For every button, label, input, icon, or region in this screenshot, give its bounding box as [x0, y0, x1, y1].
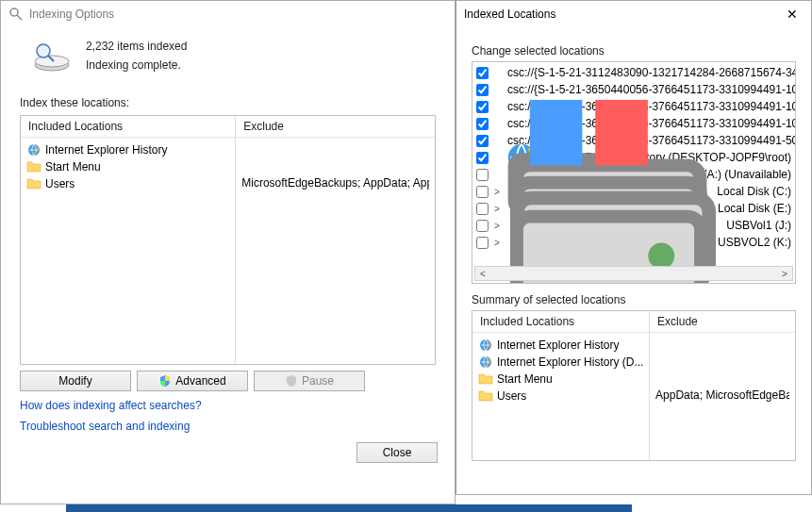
col-header-exclude: Exclude — [236, 116, 435, 138]
search-icon — [8, 7, 24, 22]
location-checkbox[interactable] — [476, 118, 489, 130]
tree-item-label: USBVOL2 (K:) — [718, 236, 791, 249]
status-row: 2,232 items indexed Indexing complete. — [20, 37, 436, 75]
list-item[interactable]: Internet Explorer History — [26, 141, 229, 158]
location-checkbox[interactable] — [476, 220, 489, 232]
item-label: Users — [497, 389, 526, 403]
shield-icon — [285, 374, 298, 388]
svg-point-19 — [648, 242, 674, 269]
col-header-exclude: Exclude — [650, 311, 795, 333]
list-item[interactable]: Internet Explorer History — [478, 337, 643, 354]
location-checkbox[interactable] — [476, 186, 489, 198]
indexing-options-dialog: Indexing Options 2,232 items indexed Ind… — [0, 0, 456, 504]
modify-button[interactable]: Modify — [20, 371, 131, 391]
shield-icon — [158, 374, 172, 388]
summary-label: Summary of selected locations — [472, 293, 796, 306]
col-header-included: Included Locations — [21, 116, 235, 138]
location-checkbox[interactable] — [476, 101, 489, 113]
tree-item-label: Local Disk (E:) — [718, 202, 791, 215]
advanced-button[interactable]: Advanced — [137, 371, 248, 391]
item-label: Users — [45, 177, 75, 190]
location-checkbox[interactable] — [476, 135, 489, 147]
list-item[interactable]: Start Menu — [478, 371, 643, 388]
location-checkbox[interactable] — [476, 203, 489, 215]
dialog-title: Indexed Locations — [464, 8, 555, 21]
tree-item-label: USBVol1 (J:) — [726, 219, 791, 232]
list-item[interactable]: Start Menu — [26, 158, 229, 175]
tree-row[interactable]: csc://{S-1-5-21-3112483090-1321714284-26… — [476, 64, 791, 81]
location-checkbox[interactable] — [476, 67, 489, 79]
list-item[interactable]: Users — [478, 388, 643, 405]
harddrive-search-icon — [29, 37, 75, 74]
item-label: Internet Explorer History — [45, 143, 167, 157]
location-checkbox[interactable] — [476, 152, 489, 164]
svg-point-0 — [10, 8, 18, 16]
svg-line-1 — [17, 15, 22, 20]
scroll-left-arrow[interactable]: < — [475, 269, 490, 279]
locations-tree: csc://{S-1-5-21-3112483090-1321714284-26… — [472, 61, 796, 284]
svg-point-4 — [37, 44, 50, 58]
indexing-status: Indexing complete. — [86, 56, 187, 74]
dialog-title: Indexing Options — [29, 8, 114, 21]
items-indexed-count: 2,232 items indexed — [86, 37, 187, 56]
horizontal-scrollbar[interactable]: < > — [474, 266, 793, 281]
indexed-locations-dialog: Indexed Locations ✕ Change selected loca… — [456, 0, 812, 495]
pause-button: Pause — [254, 371, 365, 391]
item-label: Start Menu — [45, 160, 101, 173]
tree-row[interactable]: >USBVOL2 (K:) — [476, 234, 791, 251]
expand-arrow[interactable]: > — [492, 204, 502, 214]
expand-arrow[interactable]: > — [492, 221, 502, 231]
item-label: Internet Explorer History — [497, 339, 619, 352]
help-link-troubleshoot[interactable]: Troubleshoot search and indexing — [20, 420, 190, 433]
list-item[interactable]: Internet Explorer History (D... — [478, 354, 643, 371]
tree-item-label: csc://{S-1-5-21-3112483090-1321714284-26… — [507, 66, 796, 79]
expand-arrow[interactable]: > — [492, 238, 502, 248]
titlebar: Indexing Options — [1, 1, 455, 27]
help-link-searches[interactable]: How does indexing affect searches? — [20, 399, 202, 412]
list-item[interactable]: Users — [26, 175, 229, 192]
included-locations-panel: Included Locations Internet Explorer His… — [20, 115, 436, 365]
location-checkbox[interactable] — [476, 169, 489, 181]
close-button[interactable]: Close — [356, 442, 438, 463]
item-label: Internet Explorer History (D... — [497, 355, 643, 369]
close-icon[interactable]: ✕ — [781, 7, 804, 22]
tree-item-label: Local Disk (C:) — [717, 185, 791, 198]
scroll-right-arrow[interactable]: > — [777, 269, 792, 279]
change-locations-label: Change selected locations — [472, 44, 796, 58]
location-checkbox[interactable] — [476, 237, 489, 249]
summary-exclude-text: AppData; MicrosoftEdgeBacku... — [655, 388, 789, 403]
col-header-included: Included Locations — [472, 311, 649, 333]
item-label: Start Menu — [497, 372, 553, 386]
index-these-label: Index these locations: — [20, 96, 436, 109]
background-strip — [66, 504, 632, 512]
location-checkbox[interactable] — [476, 84, 489, 96]
exclude-text: MicrosoftEdgeBackups; AppData; AppDat... — [241, 175, 429, 190]
titlebar: Indexed Locations ✕ — [456, 1, 811, 27]
expand-arrow[interactable]: > — [492, 187, 502, 197]
summary-panel: Included Locations Internet Explorer His… — [472, 310, 796, 461]
